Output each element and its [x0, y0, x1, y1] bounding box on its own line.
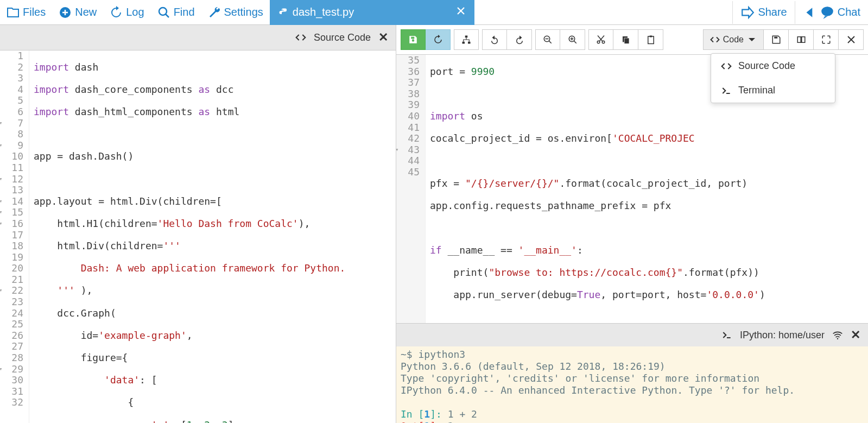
new-menu[interactable]: New [52, 2, 103, 23]
settings-label: Settings [224, 6, 263, 18]
terminal-body[interactable]: ~$ ipython3 Python 3.6.6 (default, Sep 1… [396, 346, 868, 423]
history-icon [110, 6, 123, 19]
columns-icon [796, 35, 806, 45]
find-menu[interactable]: Find [151, 2, 201, 23]
zoom-in-button[interactable] [560, 29, 585, 50]
svg-point-17 [837, 338, 839, 340]
code-icon [710, 35, 720, 45]
svg-point-1 [159, 8, 167, 15]
caret-left-icon [803, 5, 817, 20]
paste-icon [646, 35, 656, 45]
zoom-in-icon [568, 35, 578, 45]
undo-button[interactable] [482, 29, 507, 50]
tab-filename: dash_test.py [293, 6, 354, 18]
chat-menu[interactable]: Chat [795, 1, 868, 24]
zoom-out-icon [543, 35, 553, 45]
terminal-header: IPython: home/user ✕ [396, 324, 868, 346]
left-panel-title: Source Code [314, 32, 371, 43]
chat-label: Chat [838, 6, 860, 18]
python-icon [278, 8, 288, 17]
active-tab[interactable]: dash_test.py [270, 0, 474, 25]
svg-rect-4 [462, 42, 465, 44]
left-gutter: 1 2 3 4 5 6 7 8 9 10 11 12 13 14 15 16 1… [0, 50, 29, 423]
split-columns-button[interactable] [789, 29, 814, 50]
svg-point-2 [821, 7, 833, 16]
find-label: Find [174, 6, 195, 18]
svg-rect-16 [801, 37, 804, 43]
svg-rect-15 [797, 37, 801, 43]
terminal-line: IPython 6.4.0 -- An enhanced Interactive… [401, 384, 864, 396]
left-code-editor[interactable]: 1 2 3 4 5 6 7 8 9 10 11 12 13 14 15 16 1… [0, 50, 396, 423]
main-area: Source Code ✕ 1 2 3 4 5 6 7 8 9 10 11 12… [0, 25, 868, 423]
terminal-line: Python 3.6.6 (default, Sep 12 2018, 18:2… [401, 361, 864, 373]
code-dropdown-menu: Source Code Terminal [711, 53, 835, 103]
search-icon [157, 6, 170, 19]
terminal-in-line: In [1]: 1 + 2 [401, 408, 864, 420]
files-menu[interactable]: Files [0, 2, 52, 23]
copy-button[interactable] [613, 29, 638, 50]
terminal-line: ~$ ipython3 [401, 349, 864, 361]
new-label: New [75, 6, 97, 18]
terminal-close[interactable]: ✕ [851, 328, 860, 342]
svg-rect-14 [774, 37, 777, 39]
right-gutter: 35 36 37 38 39 40 41 42 43 44 45 [396, 55, 426, 323]
files-label: Files [23, 6, 46, 18]
dropdown-source-code[interactable]: Source Code [711, 54, 835, 78]
time-travel-button[interactable] [426, 29, 451, 50]
svg-rect-3 [465, 36, 468, 38]
svg-rect-12 [648, 36, 654, 44]
close-icon [456, 6, 466, 16]
folder-icon [7, 6, 20, 19]
save-icon [771, 35, 781, 45]
svg-rect-11 [624, 38, 629, 44]
log-menu[interactable]: Log [103, 2, 150, 23]
code-icon [295, 32, 306, 43]
chat-icon [820, 5, 834, 20]
settings-menu[interactable]: Settings [201, 2, 270, 23]
cut-button[interactable] [588, 29, 613, 50]
redo-button[interactable] [507, 29, 532, 50]
log-label: Log [126, 6, 144, 18]
terminal-line [401, 396, 864, 408]
top-menu-bar: Files New Log Find Settings dash_test.py… [0, 0, 868, 25]
svg-rect-13 [649, 36, 652, 37]
history-icon [433, 35, 443, 45]
wifi-icon [832, 330, 843, 340]
dropdown-terminal[interactable]: Terminal [711, 78, 835, 103]
terminal-icon [721, 85, 732, 96]
terminal-out-line: Out[1]: 3 [401, 420, 864, 423]
redo-icon [515, 35, 524, 45]
sitemap-icon [461, 35, 471, 45]
code-icon [721, 61, 732, 72]
left-panel-close[interactable]: ✕ [378, 30, 388, 45]
terminal-title: IPython: home/user [740, 330, 825, 341]
right-toolbar: Code Source Code Terminal [396, 25, 868, 55]
expand-icon [821, 35, 831, 45]
left-panel: Source Code ✕ 1 2 3 4 5 6 7 8 9 10 11 12… [0, 25, 396, 423]
copy-icon [621, 35, 631, 45]
right-panel: Code Source Code Terminal [396, 25, 868, 423]
plus-circle-icon [59, 6, 72, 19]
save-split-button[interactable] [764, 29, 789, 50]
wrench-icon [208, 6, 221, 19]
share-icon [740, 5, 755, 20]
code-dropdown-label: Code [723, 35, 744, 45]
undo-icon [490, 35, 499, 45]
sitemap-button[interactable] [454, 29, 479, 50]
paste-button[interactable] [638, 29, 663, 50]
left-code-body[interactable]: import dash import dash_core_components … [29, 50, 396, 423]
left-panel-header: Source Code ✕ [0, 25, 396, 50]
save-button[interactable] [401, 29, 426, 50]
close-panel-button[interactable] [839, 29, 864, 50]
terminal-icon [721, 330, 732, 340]
tab-close-button[interactable] [358, 6, 466, 18]
cut-icon [596, 35, 606, 45]
save-icon [408, 35, 418, 45]
zoom-out-button[interactable] [535, 29, 560, 50]
svg-rect-5 [468, 42, 471, 44]
close-icon [846, 35, 856, 45]
code-dropdown-button[interactable]: Code [703, 29, 764, 50]
share-menu[interactable]: Share [732, 1, 794, 24]
terminal-line: Type 'copyright', 'credits' or 'license'… [401, 373, 864, 384]
fullscreen-button[interactable] [814, 29, 839, 50]
